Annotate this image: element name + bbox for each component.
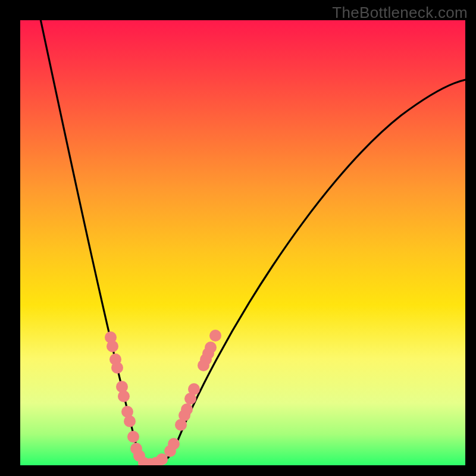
highlight-dot	[188, 383, 200, 395]
chart-frame: TheBottleneck.com	[0, 0, 476, 476]
watermark-text: TheBottleneck.com	[332, 4, 468, 22]
highlight-dot	[124, 415, 136, 427]
highlight-dot	[181, 403, 193, 415]
highlight-dots-group	[105, 330, 221, 465]
highlight-dot	[107, 340, 118, 352]
plot-area	[20, 20, 465, 465]
highlight-dot	[118, 390, 130, 402]
highlight-dot	[111, 362, 123, 374]
highlight-dot	[127, 431, 139, 443]
chart-svg	[20, 20, 465, 465]
highlight-dot	[209, 330, 221, 342]
highlight-dot	[168, 438, 180, 450]
bottleneck-curve	[40, 20, 465, 463]
highlight-dot	[205, 342, 217, 353]
